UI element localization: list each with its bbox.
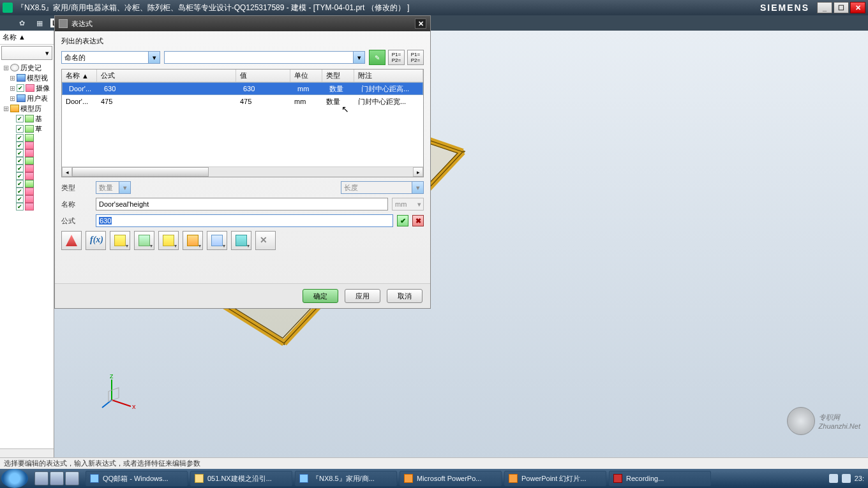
dialog-close-button[interactable]: ✕ — [415, 18, 426, 29]
tray-icon[interactable] — [829, 474, 838, 483]
p1p2-button-a[interactable]: P1= P2= — [388, 50, 405, 65]
sheet-button[interactable] — [231, 231, 251, 250]
dialog-title: 表达式 — [71, 19, 93, 29]
tree-node[interactable]: ✔ — [1, 142, 53, 149]
name-input[interactable]: Door'seal'height — [96, 198, 388, 211]
nav-scrollbar[interactable] — [0, 448, 54, 457]
taskbar-item[interactable]: 051.NX建模之沿引... — [190, 471, 292, 486]
fx-button[interactable]: f(x) — [86, 231, 106, 250]
col-name[interactable]: 名称▲ — [62, 70, 97, 82]
table-scrollbar[interactable]: ◂ ▸ — [62, 166, 423, 177]
tree-node[interactable]: ⊞历史记 — [1, 63, 53, 73]
tree-node[interactable]: ✔ — [1, 165, 53, 172]
ql-ie-icon[interactable] — [34, 471, 49, 485]
tree-node[interactable]: ✔ — [1, 203, 53, 211]
col-unit[interactable]: 单位 — [290, 70, 322, 82]
p1p2-button-b[interactable]: P1= P2= — [407, 50, 424, 65]
ok-button[interactable]: 确定 — [303, 289, 338, 303]
filter-input[interactable]: ▾ — [164, 51, 365, 64]
checkbox-icon[interactable]: ✔ — [17, 84, 24, 92]
status-text: 选择要编辑的表达式，输入新表达式，或者选择特征来编辑参数 — [4, 459, 200, 467]
checkbox-icon[interactable]: ✔ — [16, 203, 24, 211]
filter-select[interactable]: 命名的 ▾ — [61, 51, 160, 64]
table-row[interactable]: Door'...475475mm数量门封中心距宽... — [62, 95, 423, 108]
nav-filter-dropdown[interactable] — [1, 46, 52, 60]
formula-input[interactable]: 630 — [96, 214, 393, 227]
edit-icon-button[interactable]: ✎ — [369, 50, 385, 65]
up-button[interactable] — [61, 231, 82, 250]
task-label: PowerPoint 幻灯片... — [521, 474, 586, 484]
watermark: 专职网 Zhuanzhi.Net — [787, 407, 860, 435]
ql-media-icon[interactable] — [65, 471, 79, 485]
folder-button[interactable] — [183, 231, 203, 250]
tree-label: 模型视 — [27, 73, 48, 83]
table-row[interactable]: Door'...630630mm数量门封中心距高... — [62, 82, 423, 95]
measure-button[interactable] — [110, 231, 130, 250]
tree-label: 用户表 — [27, 93, 48, 103]
col-note[interactable]: 附注 — [354, 70, 423, 82]
scroll-thumb[interactable] — [72, 167, 209, 177]
close-button[interactable]: ✕ — [850, 2, 865, 13]
name-label: 名称 — [61, 200, 92, 209]
gear-icon[interactable]: ✿ — [15, 18, 29, 29]
task-label: 051.NX建模之沿引... — [207, 474, 272, 484]
ql-explorer-icon[interactable] — [50, 471, 64, 485]
cancel-button[interactable]: 取消 — [387, 289, 423, 303]
scroll-right-button[interactable]: ▸ — [413, 167, 423, 177]
checkbox-icon[interactable]: ✔ — [16, 115, 24, 122]
taskbar: QQ邮箱 - Windows...051.NX建模之沿引...『NX8.5』家用… — [0, 469, 868, 488]
g-icon — [25, 180, 34, 188]
pink-icon — [25, 188, 34, 195]
task-label: 『NX8.5』家用/商... — [312, 474, 375, 484]
apply-button[interactable]: 应用 — [345, 289, 380, 303]
tree-node[interactable]: ✔ — [1, 188, 53, 195]
tree-node[interactable]: ✔ — [1, 172, 53, 180]
tree-node[interactable]: ✔ — [1, 134, 53, 142]
start-button[interactable] — [1, 469, 28, 488]
checkbox-icon[interactable]: ✔ — [16, 125, 24, 133]
dialog-titlebar[interactable]: 表达式 ✕ — [55, 16, 430, 31]
tray-icon[interactable] — [842, 474, 851, 483]
restore-button[interactable]: ☐ — [834, 2, 849, 13]
taskbar-item[interactable]: Recording... — [609, 471, 711, 486]
tree-node[interactable]: ✔ — [1, 149, 53, 157]
tree-node[interactable]: ✔ — [1, 195, 53, 203]
watermark-text: 专职网 — [819, 413, 860, 422]
grid-icon[interactable]: ▦ — [33, 18, 47, 29]
task-label: Microsoft PowerPo... — [417, 475, 481, 482]
dimension-select[interactable]: 长度▾ — [341, 181, 424, 194]
col-value[interactable]: 值 — [236, 70, 290, 82]
tree-node[interactable]: ✔ — [1, 157, 53, 165]
col-type[interactable]: 类型 — [322, 70, 354, 82]
taskbar-item[interactable]: PowerPoint 幻灯片... — [504, 471, 606, 486]
tree-node[interactable]: ⊞用户表 — [1, 93, 53, 103]
taskbar-item[interactable]: QQ邮箱 - Windows... — [86, 471, 188, 486]
col-formula[interactable]: 公式 — [97, 70, 236, 82]
part-navigator: 名称 ▲ ⊞历史记⊞模型视⊞✔摄像⊞用户表⊞模型历✔基✔草✔✔✔✔✔✔✔✔✔✔ — [0, 31, 54, 457]
taskbar-item[interactable]: 『NX8.5』家用/商... — [295, 471, 397, 486]
list-button[interactable] — [207, 231, 227, 250]
nav-header[interactable]: 名称 ▲ — [0, 31, 54, 45]
tree-node[interactable]: ✔草 — [1, 124, 53, 134]
type-select[interactable]: 数量▾ — [96, 181, 131, 194]
clip-button[interactable] — [134, 231, 154, 250]
nx-logo-icon — [3, 3, 13, 13]
task-icon — [90, 474, 99, 483]
unit-select[interactable]: mm — [392, 198, 424, 211]
minimize-button[interactable]: _ — [817, 2, 832, 13]
tree-node[interactable]: ✔基 — [1, 114, 53, 124]
tree-label: 摄像 — [36, 83, 50, 93]
g-icon — [25, 115, 34, 122]
gear-icon — [59, 19, 68, 28]
tree-node[interactable]: ✔ — [1, 180, 53, 188]
taskbar-item[interactable]: Microsoft PowerPo... — [400, 471, 502, 486]
tree-node[interactable]: ⊞模型视 — [1, 73, 53, 83]
param-button[interactable] — [158, 231, 179, 250]
tree-node[interactable]: ⊞✔摄像 — [1, 83, 53, 93]
brand-text: SIEMENS — [760, 3, 809, 13]
reject-button[interactable]: ✖ — [412, 215, 424, 226]
scroll-left-button[interactable]: ◂ — [62, 167, 72, 177]
accept-button[interactable]: ✔ — [397, 215, 408, 226]
tree-node[interactable]: ⊞模型历 — [1, 103, 53, 114]
cancel-tool-button[interactable]: ✕ — [255, 231, 276, 250]
